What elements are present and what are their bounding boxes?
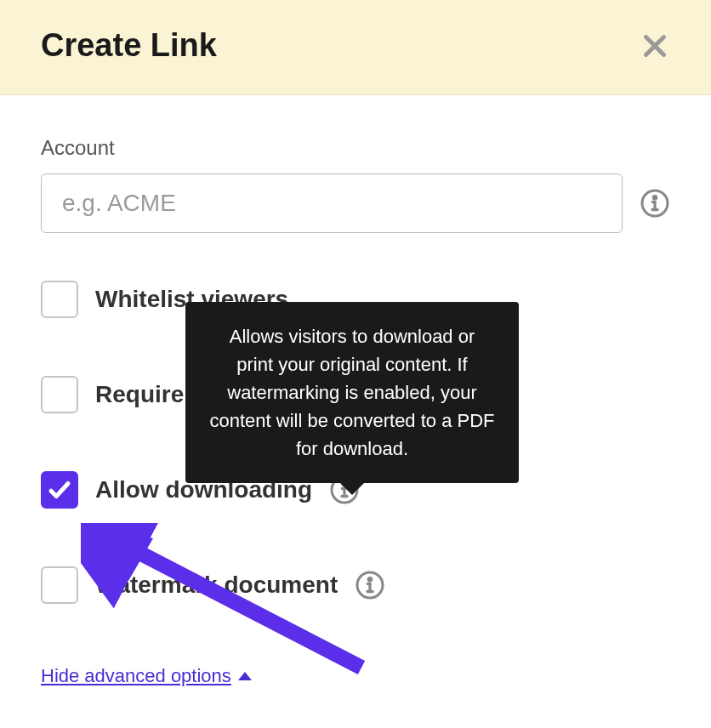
svg-point-13 xyxy=(368,577,372,581)
dialog-header: Create Link xyxy=(0,0,711,95)
account-info-icon[interactable] xyxy=(640,188,670,219)
caret-up-icon xyxy=(238,672,252,680)
watermark-row: Watermark document xyxy=(41,566,670,604)
hide-advanced-link[interactable]: Hide advanced options xyxy=(41,665,252,687)
checkmark-icon xyxy=(47,477,72,503)
watermark-checkbox[interactable] xyxy=(41,566,78,604)
watermark-info-icon[interactable] xyxy=(355,570,385,600)
close-icon xyxy=(640,31,670,61)
allow-downloading-tooltip: Allows visitors to download or print you… xyxy=(185,302,519,483)
watermark-label: Watermark document xyxy=(95,572,338,599)
account-row xyxy=(41,173,670,233)
close-button[interactable] xyxy=(640,31,670,61)
account-label: Account xyxy=(41,136,670,160)
allow-downloading-checkbox[interactable] xyxy=(41,471,78,509)
svg-point-3 xyxy=(653,196,657,199)
whitelist-checkbox[interactable] xyxy=(41,281,78,318)
hide-advanced-label: Hide advanced options xyxy=(41,665,231,687)
account-input[interactable] xyxy=(41,173,623,233)
dialog-title: Create Link xyxy=(41,27,217,64)
require-email-checkbox[interactable] xyxy=(41,376,78,413)
